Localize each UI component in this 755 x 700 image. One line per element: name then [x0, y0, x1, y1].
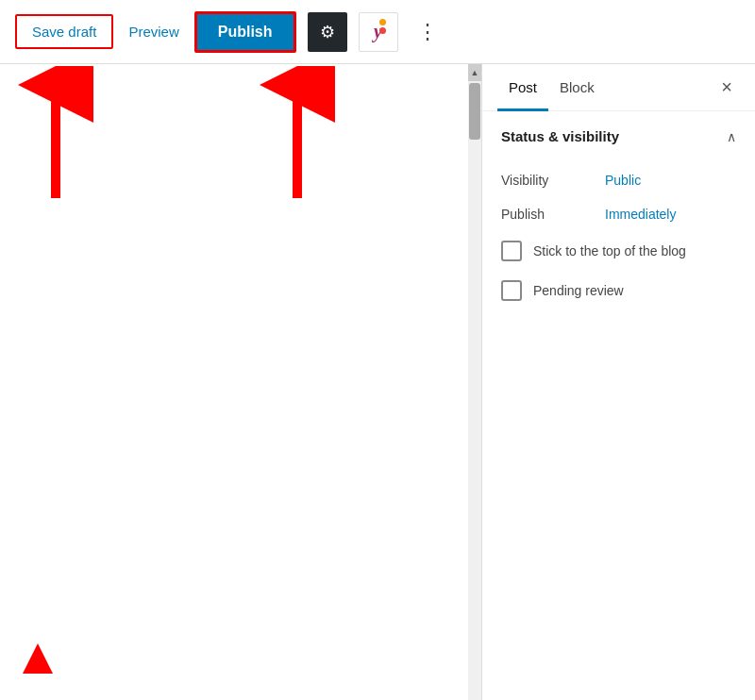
editor-area: ▲ — [0, 64, 481, 700]
yoast-button[interactable]: y — [359, 12, 398, 52]
visibility-label: Visibility — [501, 173, 605, 188]
stick-to-top-label: Stick to the top of the blog — [533, 243, 686, 258]
more-icon: ⋮ — [417, 20, 438, 44]
visibility-row: Visibility Public — [501, 163, 736, 197]
settings-button[interactable]: ⚙ — [308, 12, 347, 52]
publish-row: Publish Immediately — [501, 197, 736, 231]
tab-post[interactable]: Post — [497, 64, 548, 111]
bottom-arrow-button[interactable] — [19, 640, 57, 681]
gear-icon: ⚙ — [320, 22, 335, 42]
scrollbar-up-button[interactable]: ▲ — [468, 64, 481, 81]
tab-block[interactable]: Block — [548, 64, 606, 111]
section-body: Visibility Public Publish Immediately St… — [482, 159, 755, 329]
bottom-up-arrow-icon — [19, 640, 57, 677]
pending-review-row: Pending review — [501, 271, 736, 310]
sidebar-content: Status & visibility ∧ Visibility Public … — [482, 111, 755, 700]
sidebar-tabs: Post Block × — [482, 64, 755, 111]
pending-review-checkbox[interactable] — [501, 280, 522, 301]
preview-button[interactable]: Preview — [125, 16, 182, 47]
sidebar-close-button[interactable]: × — [713, 73, 740, 102]
scrollbar-thumb[interactable] — [469, 83, 480, 140]
publish-label: Publish — [501, 207, 605, 222]
sidebar: Post Block × Status & visibility ∧ Visib… — [481, 64, 755, 700]
stick-to-top-checkbox[interactable] — [501, 241, 522, 261]
toolbar: Save draft Preview Publish ⚙ y ⋮ — [0, 0, 755, 64]
yoast-icon: y — [374, 21, 382, 42]
chevron-up-icon: ∧ — [727, 129, 736, 144]
arrow-publish — [255, 66, 340, 217]
publish-button[interactable]: Publish — [194, 11, 296, 53]
visibility-value[interactable]: Public — [605, 173, 641, 188]
scrollbar-track[interactable]: ▲ — [468, 64, 481, 700]
pending-review-label: Pending review — [533, 283, 624, 298]
section-title: Status & visibility — [501, 128, 619, 144]
status-visibility-section-header[interactable]: Status & visibility ∧ — [482, 111, 755, 159]
scroll-up-icon: ▲ — [471, 68, 479, 77]
publish-value[interactable]: Immediately — [605, 207, 676, 222]
more-options-button[interactable]: ⋮ — [410, 16, 445, 48]
svg-marker-4 — [23, 643, 53, 674]
main-layout: ▲ Post Block × Status & visibilit — [0, 64, 755, 700]
arrow-save-draft — [13, 66, 98, 217]
save-draft-button[interactable]: Save draft — [15, 14, 113, 49]
stick-to-top-row: Stick to the top of the blog — [501, 231, 736, 271]
